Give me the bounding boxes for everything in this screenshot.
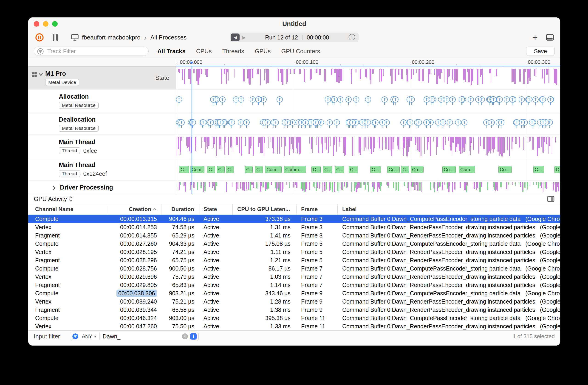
activity-bar[interactable]	[293, 182, 294, 188]
activity-bar[interactable]	[429, 137, 429, 145]
resource-event-pin[interactable]: T	[285, 119, 291, 126]
activity-bar[interactable]	[190, 69, 191, 84]
activity-bar[interactable]	[201, 137, 202, 148]
activity-bar[interactable]	[371, 137, 372, 154]
column-header-latency[interactable]: CPU to GPU Laten...	[233, 204, 296, 214]
cell-state[interactable]: Active	[199, 297, 233, 306]
target-scope-label[interactable]: All Processes	[150, 34, 187, 41]
cell-channel[interactable]: Vertex	[28, 248, 108, 256]
gpu-table-row[interactable]: Vertex00:00.028.19574.21 µsActive1.11 ms…	[28, 248, 560, 256]
activity-bar[interactable]	[264, 137, 265, 143]
activity-bar[interactable]	[387, 182, 388, 186]
cell-label[interactable]: Command Buffer 0:Dawn_ComputePassEncoder…	[338, 314, 560, 322]
cell-state[interactable]: Active	[199, 289, 233, 297]
cell-frame[interactable]: Frame 9	[296, 306, 338, 314]
cell-frame[interactable]: Frame 5	[296, 240, 338, 248]
cell-label[interactable]: Command Buffer 0:Dawn_RenderPassEncoder_…	[338, 248, 560, 256]
activity-bar[interactable]	[398, 182, 399, 191]
activity-bar[interactable]	[477, 69, 479, 85]
resource-event-pin[interactable]: T	[392, 96, 399, 103]
activity-bar[interactable]	[382, 137, 383, 150]
resource-event-pin[interactable]: T	[526, 96, 532, 103]
activity-bar[interactable]	[187, 137, 188, 148]
activity-bar[interactable]	[326, 182, 327, 190]
activity-bar[interactable]	[360, 182, 361, 188]
track-sidebar-main-thread-2[interactable]: Main Thread Thread 0x124eef	[28, 158, 176, 181]
activity-bar[interactable]	[390, 137, 390, 150]
activity-bar[interactable]	[422, 69, 424, 81]
cell-latency[interactable]: 1.14 ms	[233, 281, 296, 289]
activity-bar[interactable]	[406, 137, 407, 156]
main-thread-2-lane[interactable]: C...Com...C...C...C...C...C...Com...Comm…	[176, 158, 560, 181]
activity-bar[interactable]	[365, 137, 366, 148]
activity-bar[interactable]	[346, 182, 347, 188]
activity-bar[interactable]	[296, 182, 297, 188]
cell-creation[interactable]: 00:00.047.260	[108, 322, 162, 330]
activity-bar[interactable]	[411, 69, 412, 79]
activity-bar[interactable]	[271, 137, 271, 142]
activity-bar[interactable]	[546, 137, 547, 144]
resource-event-pin[interactable]: T	[400, 119, 407, 126]
interval-segment[interactable]: C...	[323, 166, 332, 173]
activity-bar[interactable]	[481, 182, 482, 187]
activity-bar[interactable]	[180, 137, 181, 152]
activity-bar[interactable]	[180, 182, 181, 185]
track-row-main-thread-1[interactable]: Main Thread Thread 0xfce	[28, 135, 560, 158]
activity-bar[interactable]	[417, 69, 417, 73]
activity-bar[interactable]	[287, 69, 288, 82]
activity-bar[interactable]	[513, 69, 514, 82]
resource-event-pin[interactable]: T	[365, 96, 371, 103]
resource-event-pin[interactable]: T	[273, 119, 279, 126]
resource-event-pin[interactable]: T	[379, 119, 385, 126]
cell-label[interactable]: Command Buffer 0:Dawn_ComputePassEncoder…	[338, 289, 560, 297]
activity-bar[interactable]	[249, 69, 250, 83]
activity-bar[interactable]	[304, 69, 305, 82]
cell-channel[interactable]: Fragment	[28, 256, 108, 264]
activity-bar[interactable]	[515, 137, 517, 144]
interval-segment[interactable]: C...	[226, 166, 234, 173]
cell-duration[interactable]: 74.21 µs	[162, 248, 199, 256]
interval-segment[interactable]: Com...	[265, 166, 282, 173]
activity-bar[interactable]	[236, 137, 237, 145]
resource-event-pin[interactable]: T	[490, 96, 497, 103]
resource-event-pin[interactable]: T	[423, 119, 430, 126]
activity-bar[interactable]	[203, 182, 204, 192]
activity-bar[interactable]	[338, 137, 338, 141]
cell-channel[interactable]: Vertex	[28, 322, 108, 330]
interval-segment[interactable]: C...	[245, 166, 253, 173]
activity-bar[interactable]	[313, 182, 314, 187]
resource-event-pin[interactable]: T	[514, 119, 520, 126]
cell-creation[interactable]: 00:00.028.296	[108, 256, 162, 264]
activity-bar[interactable]	[279, 182, 281, 191]
resource-event-pin[interactable]: T	[372, 119, 378, 126]
cell-channel[interactable]: Compute	[28, 264, 108, 272]
activity-bar[interactable]	[278, 69, 279, 81]
activity-bar[interactable]	[319, 182, 320, 184]
resource-event-pin[interactable]: T	[345, 96, 352, 103]
activity-bar[interactable]	[334, 137, 335, 142]
cell-label[interactable]: Command Buffer 0:Dawn_RenderPassEncoder_…	[338, 306, 560, 314]
resource-event-pin[interactable]: T	[509, 96, 515, 103]
resource-event-pin[interactable]: T	[250, 96, 256, 103]
cell-duration[interactable]: 903.00 µs	[162, 314, 199, 322]
activity-bar[interactable]	[487, 137, 488, 155]
cell-label[interactable]: Command Buffer 0:Dawn_RenderPassEncoder_…	[338, 297, 560, 306]
cell-label[interactable]: Command Buffer 0:Dawn_RenderPassEncoder_…	[338, 272, 560, 281]
activity-bar[interactable]	[264, 69, 265, 80]
activity-bar[interactable]	[403, 137, 403, 153]
track-sidebar-driver[interactable]: Driver Processing	[28, 181, 176, 194]
activity-bar[interactable]	[368, 137, 369, 149]
activity-bar[interactable]	[322, 182, 323, 192]
column-header-creation[interactable]: Creation	[108, 204, 162, 214]
cell-creation[interactable]: 00:00.029.696	[108, 272, 162, 281]
track-filter-field[interactable]	[34, 47, 149, 56]
cell-duration[interactable]: 75.50 µs	[162, 322, 199, 330]
activity-bar[interactable]	[291, 137, 291, 149]
activity-bar[interactable]	[447, 182, 448, 189]
cell-frame[interactable]: Frame 9	[296, 289, 338, 297]
activity-bar[interactable]	[221, 69, 222, 84]
activity-bar[interactable]	[303, 182, 304, 190]
activity-bar[interactable]	[273, 137, 274, 154]
activity-bar[interactable]	[416, 137, 417, 143]
activity-bar[interactable]	[371, 69, 371, 84]
